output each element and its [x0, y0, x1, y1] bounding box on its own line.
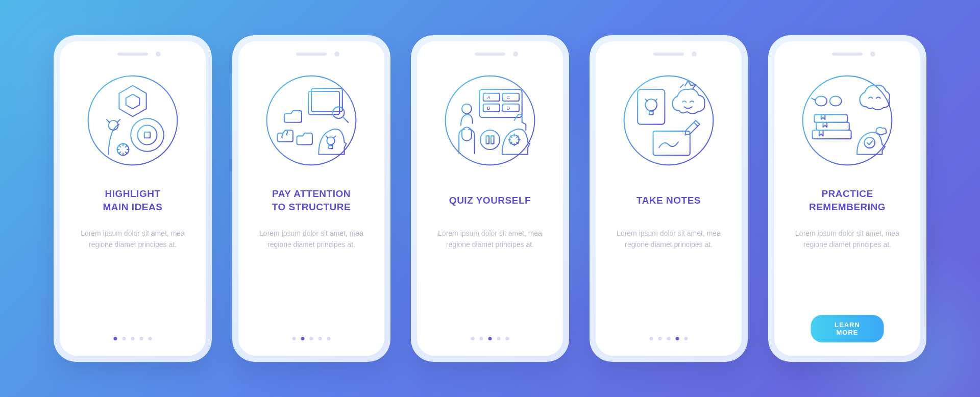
phone-camera	[692, 52, 697, 57]
svg-line-12	[117, 119, 120, 122]
svg-line-21	[343, 117, 348, 122]
learn-more-button[interactable]: LEARN MORE	[811, 315, 884, 342]
svg-point-40	[462, 104, 472, 114]
phone-speaker	[475, 53, 505, 56]
phone-mockup: PAY ATTENTION TO STRUCTURE Lorem ipsum d…	[232, 35, 390, 362]
svg-line-52	[655, 99, 657, 101]
dot[interactable]	[318, 337, 322, 340]
svg-rect-44	[491, 136, 494, 143]
svg-rect-33	[503, 93, 519, 101]
svg-point-0	[88, 76, 178, 165]
onboarding-screen: HIGHLIGHT MAIN IDEAS Lorem ipsum dolor s…	[60, 41, 206, 356]
dot[interactable]	[506, 337, 509, 340]
svg-rect-4	[144, 132, 150, 138]
phone-camera	[513, 52, 518, 57]
onboarding-screen: PAY ATTENTION TO STRUCTURE Lorem ipsum d…	[238, 41, 384, 356]
dot[interactable]	[122, 337, 126, 340]
dot[interactable]	[292, 337, 296, 340]
svg-rect-47	[638, 89, 665, 124]
dot[interactable]	[301, 337, 305, 340]
phone-mockup: PRACTICE REMEMBERING Lorem ipsum dolor s…	[768, 35, 926, 362]
slide-body: Lorem ipsum dolor sit amet, mea regione …	[251, 228, 372, 250]
slide-title: HIGHLIGHT MAIN IDEAS	[103, 187, 163, 214]
svg-rect-32	[483, 93, 500, 101]
remember-icon	[799, 72, 896, 169]
svg-point-67	[864, 137, 875, 148]
svg-text:C: C	[506, 94, 510, 100]
svg-line-29	[334, 136, 336, 138]
dot[interactable]	[667, 337, 671, 340]
svg-point-57	[815, 96, 827, 106]
phone-speaker	[832, 53, 863, 56]
dot[interactable]	[471, 337, 475, 340]
svg-line-28	[326, 136, 328, 138]
page-indicator	[292, 337, 331, 340]
phone-speaker	[653, 53, 684, 56]
dot[interactable]	[310, 337, 313, 340]
svg-rect-15	[311, 88, 342, 112]
highlight-icon	[84, 72, 181, 169]
svg-point-58	[830, 96, 842, 106]
onboarding-carousel: HIGHLIGHT MAIN IDEAS Lorem ipsum dolor s…	[54, 35, 926, 362]
dot[interactable]	[327, 337, 331, 340]
svg-rect-54	[653, 131, 690, 156]
phone-speaker	[296, 53, 327, 56]
dot[interactable]	[684, 337, 688, 340]
svg-point-2	[131, 118, 164, 152]
svg-point-42	[480, 130, 500, 150]
dot[interactable]	[131, 337, 135, 340]
dot[interactable]	[676, 337, 679, 340]
svg-rect-16	[308, 91, 339, 115]
svg-line-55	[694, 122, 698, 127]
svg-line-51	[645, 99, 647, 101]
svg-text:B: B	[487, 105, 490, 111]
page-indicator	[114, 337, 152, 340]
page-indicator	[650, 337, 688, 340]
svg-rect-41	[462, 127, 472, 141]
dot[interactable]	[488, 337, 492, 340]
slide-title: PRACTICE REMEMBERING	[809, 187, 886, 214]
quiz-icon: A C B D	[442, 72, 538, 169]
onboarding-screen: TAKE NOTES Lorem ipsum dolor sit amet, m…	[596, 41, 742, 356]
slide-title: QUIZ YOURSELF	[449, 187, 531, 214]
slide-title: PAY ATTENTION TO STRUCTURE	[272, 187, 351, 214]
page-indicator	[471, 337, 509, 340]
dot[interactable]	[650, 337, 653, 340]
svg-rect-61	[814, 115, 847, 122]
svg-rect-34	[483, 104, 500, 112]
svg-text:D: D	[506, 105, 510, 111]
svg-rect-63	[813, 130, 851, 139]
svg-line-60	[812, 98, 816, 100]
svg-rect-43	[486, 136, 489, 143]
svg-rect-35	[503, 104, 519, 112]
slide-body: Lorem ipsum dolor sit amet, mea regione …	[72, 228, 193, 250]
dot[interactable]	[149, 337, 152, 340]
svg-text:A: A	[487, 94, 491, 100]
notes-icon	[620, 72, 717, 169]
phone-mockup: TAKE NOTES Lorem ipsum dolor sit amet, m…	[590, 35, 748, 362]
onboarding-screen: PRACTICE REMEMBERING Lorem ipsum dolor s…	[774, 41, 920, 356]
phone-mockup: A C B D QUIZ YOURSELF	[411, 35, 569, 362]
svg-line-11	[107, 119, 110, 122]
onboarding-screen: A C B D QUIZ YOURSELF	[417, 41, 563, 356]
slide-body: Lorem ipsum dolor sit amet, mea regione …	[608, 228, 729, 250]
phone-mockup: HIGHLIGHT MAIN IDEAS Lorem ipsum dolor s…	[54, 35, 212, 362]
structure-icon	[263, 72, 360, 169]
dot[interactable]	[497, 337, 501, 340]
phone-camera	[334, 52, 339, 57]
phone-speaker	[117, 53, 148, 56]
dot[interactable]	[140, 337, 143, 340]
svg-point-3	[138, 126, 157, 145]
phone-camera	[870, 52, 875, 57]
dot[interactable]	[480, 337, 483, 340]
svg-rect-62	[816, 122, 849, 130]
slide-body: Lorem ipsum dolor sit amet, mea regione …	[787, 228, 908, 250]
phone-camera	[156, 52, 161, 57]
dot[interactable]	[658, 337, 662, 340]
dot[interactable]	[114, 337, 117, 340]
svg-marker-1	[119, 86, 146, 117]
slide-title: TAKE NOTES	[636, 187, 701, 214]
slide-body: Lorem ipsum dolor sit amet, mea regione …	[429, 228, 551, 250]
